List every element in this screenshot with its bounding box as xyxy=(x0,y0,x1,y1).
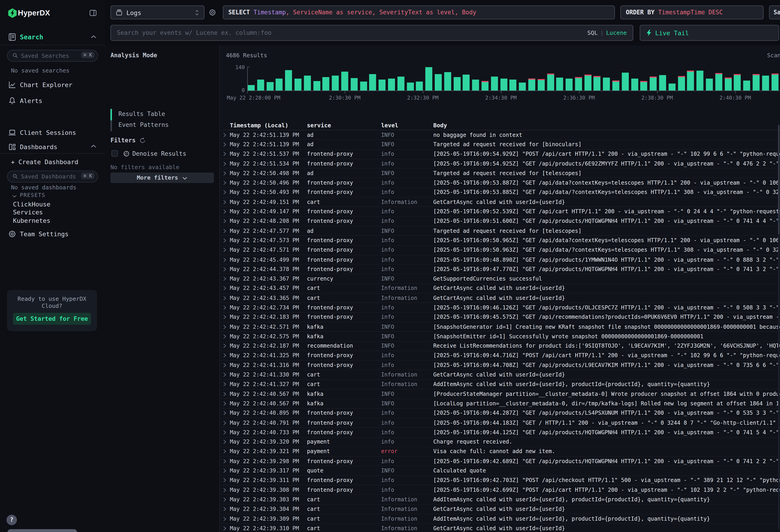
row-expand-chevron-icon[interactable] xyxy=(221,132,230,138)
sidebar-item-client-sessions[interactable]: Client Sessions xyxy=(0,127,104,138)
row-expand-chevron-icon[interactable] xyxy=(221,458,230,464)
histogram-bar[interactable] xyxy=(631,79,638,90)
histogram-bar[interactable] xyxy=(491,77,498,90)
saved-dashboards-input[interactable]: Saved Dashboards ⌘ K xyxy=(7,171,98,183)
row-expand-chevron-icon[interactable] xyxy=(221,151,230,157)
row-expand-chevron-icon[interactable] xyxy=(221,276,230,282)
histogram-bar[interactable] xyxy=(715,73,722,90)
refresh-icon[interactable] xyxy=(139,137,146,144)
histogram-bar[interactable] xyxy=(463,75,470,90)
row-expand-chevron-icon[interactable] xyxy=(221,478,230,483)
table-row[interactable]: May 22 2:42:47.571 PMfrontend-proxyinfo[… xyxy=(221,246,780,255)
histogram-bar[interactable] xyxy=(426,67,433,90)
row-expand-chevron-icon[interactable] xyxy=(221,343,230,349)
histogram-bar[interactable] xyxy=(753,74,760,90)
table-row[interactable]: May 22 2:42:40.567 PMkafkaINFO[LocalLog … xyxy=(221,399,780,408)
row-expand-chevron-icon[interactable] xyxy=(221,468,230,474)
table-row[interactable]: May 22 2:42:51.537 PMfrontend-proxyinfo[… xyxy=(221,150,780,159)
table-row[interactable]: May 22 2:42:39.311 PMfrontend-proxyinfo[… xyxy=(221,476,780,485)
histogram-bar[interactable] xyxy=(379,80,386,90)
row-expand-chevron-icon[interactable] xyxy=(221,420,230,425)
histogram-bar[interactable] xyxy=(613,81,620,90)
table-row[interactable]: May 22 2:42:42.734 PMfrontend-proxyinfo[… xyxy=(221,303,780,312)
table-row[interactable]: May 22 2:42:49.147 PMfrontend-proxyinfo[… xyxy=(221,207,780,217)
table-row[interactable]: May 22 2:42:41.325 PMfrontend-proxyinfo[… xyxy=(221,351,780,360)
histogram-bar[interactable] xyxy=(509,80,517,90)
row-expand-chevron-icon[interactable] xyxy=(221,324,230,329)
histogram-bar[interactable] xyxy=(500,79,507,90)
row-expand-chevron-icon[interactable] xyxy=(221,526,230,531)
histogram-bar[interactable] xyxy=(388,79,395,90)
row-expand-chevron-icon[interactable] xyxy=(221,295,230,301)
sql-mode[interactable]: SQL xyxy=(587,29,598,36)
mode-event-patterns[interactable]: Event Patterns xyxy=(118,122,169,129)
row-expand-chevron-icon[interactable] xyxy=(221,238,230,243)
histogram-bar[interactable] xyxy=(547,74,554,90)
row-expand-chevron-icon[interactable] xyxy=(221,372,230,377)
table-row[interactable]: May 22 2:42:43.457 PMcartInformationGetC… xyxy=(221,284,780,293)
column-header-body[interactable]: Body xyxy=(433,122,780,129)
histogram-bar[interactable] xyxy=(594,76,601,90)
scrollbar[interactable] xyxy=(778,125,780,529)
histogram-bar[interactable] xyxy=(603,78,610,90)
table-row[interactable]: May 22 2:42:39.304 PMcartInformationGetC… xyxy=(221,504,780,514)
table-row[interactable]: May 22 2:42:41.327 PMcartInformationAddI… xyxy=(221,380,780,389)
table-row[interactable]: May 22 2:42:42.575 PMkafkaINFO[SnapshotE… xyxy=(221,332,780,341)
row-expand-chevron-icon[interactable] xyxy=(221,315,230,320)
table-row[interactable]: May 22 2:42:42.187 PMrecommendationINFOR… xyxy=(221,341,780,351)
histogram-bar[interactable] xyxy=(669,84,676,90)
histogram-bar[interactable] xyxy=(332,76,339,90)
row-expand-chevron-icon[interactable] xyxy=(221,161,230,166)
histogram-bar[interactable] xyxy=(687,71,694,90)
table-row[interactable]: May 22 2:42:47.573 PMfrontend-proxyinfo[… xyxy=(221,236,780,245)
row-expand-chevron-icon[interactable] xyxy=(221,190,230,195)
table-row[interactable]: May 22 2:42:51.534 PMfrontend-proxyinfo[… xyxy=(221,159,780,169)
row-expand-chevron-icon[interactable] xyxy=(221,506,230,512)
lucene-mode[interactable]: Lucene xyxy=(606,29,627,36)
preset-item-kubernetes[interactable]: Kubernetes xyxy=(13,217,50,224)
row-expand-chevron-icon[interactable] xyxy=(221,209,230,214)
histogram-bar[interactable] xyxy=(575,77,582,90)
histogram-bar[interactable] xyxy=(528,79,535,90)
orderby-input[interactable]: ORDER BY TimestampTime DESC xyxy=(620,5,764,19)
row-expand-chevron-icon[interactable] xyxy=(221,180,230,186)
histogram-bar[interactable] xyxy=(640,81,647,90)
row-expand-chevron-icon[interactable] xyxy=(221,228,230,234)
row-expand-chevron-icon[interactable] xyxy=(221,219,230,224)
table-row[interactable]: May 22 2:42:42.183 PMfrontend-proxyinfo[… xyxy=(221,312,780,322)
event-search-input[interactable]: Search your events w/ Lucene ex. column:… xyxy=(110,25,633,41)
table-row[interactable]: May 22 2:42:50.498 PMadINFOTargeted ad r… xyxy=(221,169,780,178)
table-row[interactable]: May 22 2:42:44.378 PMfrontend-proxyinfo[… xyxy=(221,264,780,274)
row-expand-chevron-icon[interactable] xyxy=(221,334,230,339)
row-expand-chevron-icon[interactable] xyxy=(221,391,230,397)
table-row[interactable]: May 22 2:42:39.320 PMpaymentinfoCharge r… xyxy=(221,437,780,447)
select-query-input[interactable]: SELECT Timestamp, ServiceName as service… xyxy=(223,5,615,19)
mode-results-table[interactable]: Results Table xyxy=(118,110,165,117)
table-row[interactable]: May 22 2:42:41.330 PMcartInformationGetC… xyxy=(221,370,780,380)
help-button[interactable]: ? xyxy=(6,515,17,525)
row-expand-chevron-icon[interactable] xyxy=(221,267,230,272)
row-expand-chevron-icon[interactable] xyxy=(221,497,230,502)
histogram-bar[interactable] xyxy=(566,79,573,90)
histogram-bar[interactable] xyxy=(725,77,732,90)
histogram-bar[interactable] xyxy=(257,80,264,90)
row-expand-chevron-icon[interactable] xyxy=(221,449,230,454)
histogram-bar[interactable] xyxy=(472,80,479,90)
histogram-bar[interactable] xyxy=(706,79,713,90)
row-expand-chevron-icon[interactable] xyxy=(221,439,230,445)
row-expand-chevron-icon[interactable] xyxy=(221,382,230,387)
denoise-checkbox[interactable] xyxy=(111,150,118,157)
query-language-toggle[interactable]: SQL|Lucene xyxy=(587,29,627,36)
histogram-bar[interactable] xyxy=(313,81,320,90)
table-row[interactable]: May 22 2:42:39.308 PMfrontend-proxyinfo[… xyxy=(221,485,780,495)
preset-item-services[interactable]: Services xyxy=(13,208,43,216)
save-search-button[interactable]: Sa xyxy=(769,5,780,19)
histogram-bar[interactable] xyxy=(659,75,666,90)
histogram-bar[interactable] xyxy=(351,78,358,90)
column-header-service[interactable]: service xyxy=(307,122,381,129)
sidebar-collapse-icon[interactable] xyxy=(89,9,97,17)
sidebar-item-alerts[interactable]: Alerts xyxy=(0,95,104,106)
histogram-bar[interactable] xyxy=(734,74,741,90)
row-expand-chevron-icon[interactable] xyxy=(221,305,230,310)
table-row[interactable]: May 22 2:42:47.577 PMadINFOTargeted ad r… xyxy=(221,226,780,236)
